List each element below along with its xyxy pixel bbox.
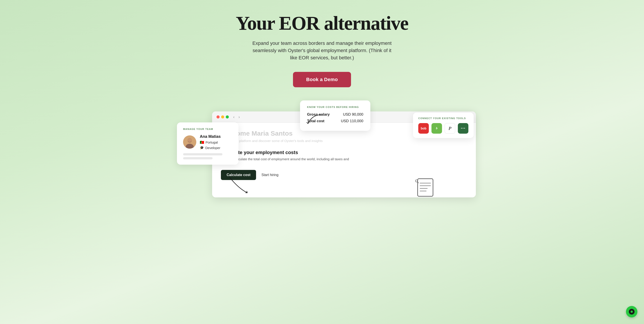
book-demo-button[interactable]: Book a Demo bbox=[293, 72, 351, 87]
connect-tools-title: CONNECT YOUR EXISTING TOOLS bbox=[418, 117, 468, 120]
deco-illustration bbox=[414, 176, 436, 202]
svg-point-3 bbox=[188, 138, 192, 142]
placeholder-bar-2 bbox=[183, 157, 212, 159]
hero-title: Your EOR alternative bbox=[236, 13, 408, 34]
nav-forward-button[interactable]: › bbox=[238, 115, 241, 119]
welcome-sub: Preview our platform and discover some o… bbox=[221, 139, 467, 143]
cost-tooltip-title: KNOW YOUR COSTS BEFORE HIRING bbox=[307, 106, 363, 108]
role-label: Developer bbox=[205, 146, 220, 150]
tool-bob-icon[interactable]: bob bbox=[418, 123, 429, 134]
total-cost-value: USD 110,000 bbox=[341, 119, 363, 123]
browser-nav: ‹ › bbox=[232, 115, 241, 119]
traffic-light-yellow[interactable] bbox=[221, 116, 224, 118]
manage-team-title: MANAGE YOUR TEAM bbox=[183, 128, 232, 130]
placeholder-bars bbox=[183, 153, 232, 159]
arrow-decoration-top bbox=[304, 112, 330, 130]
person-country: 🇵🇹 Portugal bbox=[200, 140, 221, 144]
traffic-lights bbox=[216, 116, 229, 118]
person-info: Ana Matias 🇵🇹 Portugal 🎓 Developer bbox=[183, 134, 232, 150]
hero-subtitle: Expand your team across borders and mana… bbox=[252, 40, 392, 61]
country-flag: 🇵🇹 bbox=[200, 140, 204, 144]
role-icon: 🎓 bbox=[200, 146, 204, 150]
ui-showcase: KNOW YOUR COSTS BEFORE HIRING Gross sala… bbox=[168, 100, 476, 206]
calc-section-desc: Instantly calculate the total cost of em… bbox=[221, 157, 353, 165]
person-name: Ana Matias bbox=[200, 134, 221, 139]
avatar bbox=[183, 136, 196, 148]
person-role: 🎓 Developer bbox=[200, 146, 221, 150]
nav-back-button[interactable]: ‹ bbox=[232, 115, 236, 119]
traffic-light-red[interactable] bbox=[216, 116, 220, 118]
tool-more-icon[interactable]: ··· bbox=[458, 123, 468, 134]
start-hiring-link[interactable]: Start hiring bbox=[261, 173, 278, 177]
calc-section-title: Calculate your employment costs bbox=[221, 150, 467, 156]
country-name: Portugal bbox=[206, 140, 218, 144]
hero-section: Your EOR alternative Expand your team ac… bbox=[0, 0, 644, 87]
chat-icon bbox=[629, 309, 634, 314]
placeholder-bar-1 bbox=[183, 153, 222, 156]
arrow-decoration-bottom bbox=[225, 175, 252, 197]
manage-team-card: MANAGE YOUR TEAM Ana Matias 🇵🇹 Portugal bbox=[177, 122, 238, 165]
tool-personio-icon[interactable]: P bbox=[445, 123, 455, 134]
gross-salary-value: USD 90,000 bbox=[343, 112, 363, 117]
chat-widget[interactable] bbox=[626, 306, 638, 318]
connect-tools-card: CONNECT YOUR EXISTING TOOLS bob b P ··· bbox=[413, 112, 474, 138]
tool-icons: bob b P ··· bbox=[418, 123, 468, 134]
person-details: Ana Matias 🇵🇹 Portugal 🎓 Developer bbox=[200, 134, 221, 150]
traffic-light-green[interactable] bbox=[226, 116, 229, 118]
tool-bamboo-icon[interactable]: b bbox=[432, 123, 442, 134]
chat-dot bbox=[630, 310, 633, 313]
svg-rect-4 bbox=[418, 179, 433, 196]
